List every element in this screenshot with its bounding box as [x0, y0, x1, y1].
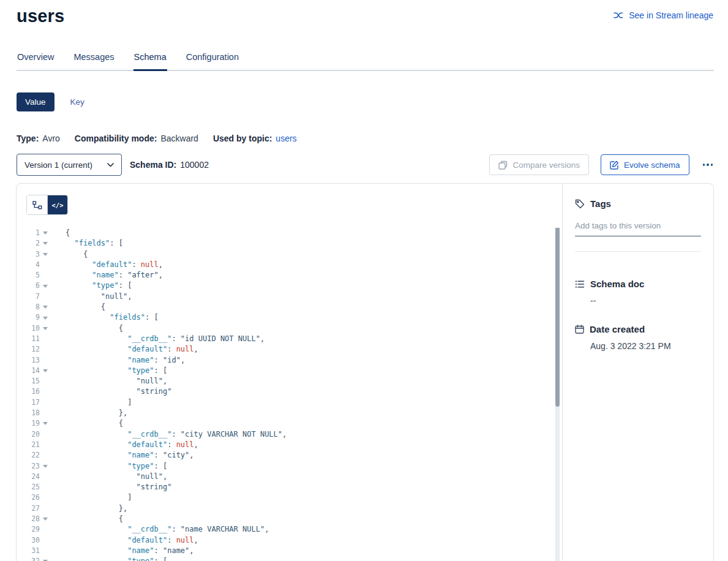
topic-link[interactable]: users: [276, 134, 296, 143]
code-line: 26 ]: [17, 492, 562, 503]
schema-sidebar: Tags Schema doc --: [562, 184, 713, 561]
code-text: "name": "name",: [51, 546, 194, 556]
schema-id: Schema ID: 100002: [130, 160, 209, 170]
caret-spacer: [40, 429, 51, 440]
line-number: 21: [17, 440, 40, 450]
line-number: 30: [17, 535, 40, 546]
tree-view-button[interactable]: [27, 195, 47, 214]
code-text: "default": null,: [51, 440, 198, 450]
schema-editor: </> 1{2 "fields": [3 {4 "default": null,…: [17, 184, 562, 561]
collapse-caret[interactable]: [40, 228, 51, 238]
line-number: 19: [17, 418, 40, 429]
code-text: "default": null,: [51, 344, 198, 355]
caret-down-icon: [43, 285, 48, 288]
code-line: 24 "null",: [17, 472, 562, 482]
code-line: 28 {: [17, 514, 562, 524]
collapse-caret[interactable]: [40, 280, 51, 291]
collapse-caret[interactable]: [40, 249, 51, 260]
code-text: {: [51, 228, 70, 238]
code-line: 18 },: [17, 408, 562, 418]
schema-id-value: 100002: [180, 160, 209, 170]
compatibility-mode: Compatibility mode: Backward: [75, 134, 198, 143]
caret-down-icon: [43, 253, 48, 256]
scrollbar-track[interactable]: [555, 228, 560, 561]
scrollbar-thumb[interactable]: [555, 228, 560, 407]
collapse-caret[interactable]: [40, 238, 51, 249]
code-line: 23 "type": [: [17, 461, 562, 472]
tags-title: Tags: [590, 198, 611, 209]
collapse-caret[interactable]: [40, 418, 51, 429]
tab-overview[interactable]: Overview: [17, 52, 54, 70]
schema-panel: </> 1{2 "fields": [3 {4 "default": null,…: [16, 183, 714, 561]
code-line: 12 "default": null,: [17, 344, 562, 355]
code-line: 19 {: [17, 418, 562, 429]
caret-down-icon: [43, 306, 48, 309]
caret-down-icon: [43, 327, 48, 330]
key-toggle-button[interactable]: Key: [70, 97, 84, 107]
code-line: 32 "type": [: [17, 556, 562, 561]
caret-spacer: [40, 408, 51, 418]
compare-versions-label: Compare versions: [512, 160, 580, 170]
caret-spacer: [40, 355, 51, 366]
collapse-caret[interactable]: [40, 312, 51, 323]
compare-versions-icon: [498, 160, 508, 170]
more-options-button[interactable]: [702, 160, 715, 170]
line-number: 7: [17, 292, 40, 302]
tab-configuration[interactable]: Configuration: [186, 52, 239, 70]
code-view-button[interactable]: </>: [47, 195, 67, 214]
evolve-schema-button[interactable]: Evolve schema: [601, 154, 689, 175]
code-lines: 1{2 "fields": [3 {4 "default": null,5 "n…: [17, 228, 562, 561]
tags-input[interactable]: [575, 217, 701, 236]
line-number: 25: [17, 482, 40, 492]
code-line: 22 "name": "city",: [17, 450, 562, 461]
code-line: 30 "default": null,: [17, 535, 562, 546]
line-number: 5: [17, 270, 40, 280]
view-toggle-group: </>: [26, 195, 68, 215]
code-viewport[interactable]: 1{2 "fields": [3 {4 "default": null,5 "n…: [17, 228, 562, 561]
code-text: {: [51, 249, 88, 260]
code-text: "null",: [51, 472, 167, 482]
caret-down-icon: [43, 518, 48, 521]
code-text: "type": [: [51, 280, 132, 291]
line-number: 2: [17, 238, 40, 249]
collapse-caret[interactable]: [40, 323, 51, 334]
line-number: 11: [17, 334, 40, 344]
collapse-caret[interactable]: [40, 302, 51, 312]
caret-spacer: [40, 535, 51, 546]
caret-down-icon: [43, 232, 48, 235]
version-select[interactable]: Version 1 (current): [17, 154, 122, 176]
compare-versions-button[interactable]: Compare versions: [489, 154, 589, 175]
tab-messages[interactable]: Messages: [73, 52, 114, 70]
caret-spacer: [40, 492, 51, 503]
code-text: "string": [51, 386, 171, 397]
collapse-caret[interactable]: [40, 514, 51, 524]
caret-spacer: [40, 270, 51, 280]
caret-spacer: [40, 472, 51, 482]
collapse-caret[interactable]: [40, 366, 51, 376]
code-text: "type": [: [51, 461, 167, 472]
caret-down-icon: [43, 369, 48, 372]
line-number: 18: [17, 408, 40, 418]
line-number: 9: [17, 312, 40, 323]
caret-down-icon: [43, 422, 48, 425]
stream-lineage-link[interactable]: See in Stream lineage: [614, 10, 713, 20]
value-toggle-button[interactable]: Value: [17, 92, 54, 111]
caret-spacer: [40, 260, 51, 270]
code-line: 17 ]: [17, 397, 562, 408]
compatibility-label: Compatibility mode:: [75, 134, 157, 143]
schema-page: users See in Stream lineage Overview Mes…: [0, 0, 728, 561]
code-line: 3 {: [17, 249, 562, 260]
tab-schema[interactable]: Schema: [133, 52, 167, 70]
code-line: 10 {: [17, 323, 562, 334]
collapse-caret[interactable]: [40, 556, 51, 561]
line-number: 13: [17, 355, 40, 366]
code-text: "default": null,: [51, 260, 163, 270]
stream-lineage-label: See in Stream lineage: [629, 10, 713, 20]
line-number: 3: [17, 249, 40, 260]
collapse-caret[interactable]: [40, 461, 51, 472]
code-line: 20 "__crdb__": "city VARCHAR NOT NULL",: [17, 429, 562, 440]
type-value: Avro: [42, 134, 60, 143]
used-by-topic: Used by topic: users: [213, 134, 297, 143]
tab-bar: Overview Messages Schema Configuration: [17, 52, 714, 71]
stream-lineage-icon: [614, 11, 624, 20]
